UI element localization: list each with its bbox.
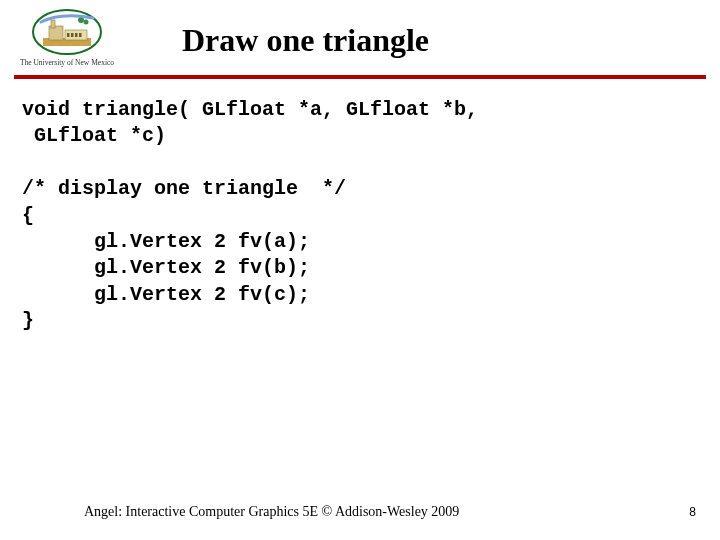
logo-caption: The University of New Mexico [20, 58, 114, 67]
code-line: gl.Vertex 2 fv(b); [22, 256, 310, 279]
svg-point-10 [84, 20, 89, 25]
code-block: void triangle( GLfloat *a, GLfloat *b, G… [0, 79, 720, 335]
code-line: /* display one triangle */ [22, 177, 346, 200]
svg-rect-6 [71, 33, 74, 37]
logo-block: The University of New Mexico [12, 8, 122, 67]
slide-header: The University of New Mexico Draw one tr… [0, 0, 720, 67]
code-line: } [22, 309, 34, 332]
svg-rect-7 [75, 33, 78, 37]
slide-footer: Angel: Interactive Computer Graphics 5E … [0, 504, 720, 520]
svg-rect-5 [67, 33, 70, 37]
code-line: gl.Vertex 2 fv(a); [22, 230, 310, 253]
university-logo-icon [31, 8, 103, 56]
svg-rect-8 [79, 33, 82, 37]
code-line: gl.Vertex 2 fv(c); [22, 283, 310, 306]
code-line: GLfloat *c) [22, 124, 166, 147]
code-line: void triangle( GLfloat *a, GLfloat *b, [22, 98, 478, 121]
slide-title: Draw one triangle [182, 22, 429, 59]
svg-rect-3 [51, 20, 55, 28]
code-line: { [22, 204, 34, 227]
page-number: 8 [689, 505, 696, 519]
footer-credit: Angel: Interactive Computer Graphics 5E … [84, 504, 459, 520]
